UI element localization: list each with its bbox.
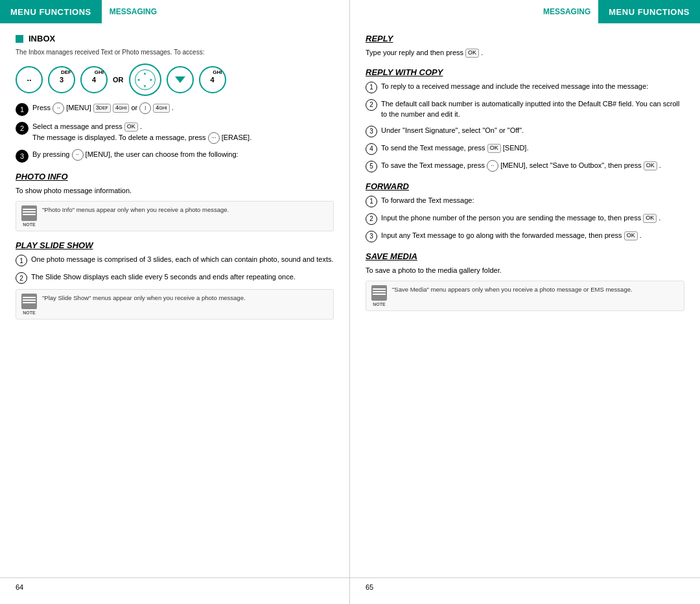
inbox-step3: 3 By pressing ·· [MENU], the user can ch… bbox=[16, 149, 334, 163]
menu-inline-icon3: ·· bbox=[487, 160, 498, 172]
note-label2: NOTE bbox=[23, 310, 35, 315]
note-icon-area3: NOTE bbox=[371, 285, 387, 307]
rwc-step5-text: To save the Text message, press ·· [MENU… bbox=[381, 160, 684, 172]
play-step1-num: 1 bbox=[16, 255, 27, 266]
rwc-step5-num: 5 bbox=[366, 161, 377, 172]
right-footer: 65 bbox=[350, 577, 700, 591]
ok-fwd-icon1: OK bbox=[643, 214, 657, 223]
save-media-section: SAVE MEDIA To save a photo to the media … bbox=[366, 251, 684, 312]
step1-text: Press ·· [MENU] 3DEF 4GHI or ↕ 4GHI . bbox=[32, 102, 334, 114]
save-media-note-text: "Save Media" menu appears only when you … bbox=[392, 285, 633, 294]
play-slide-show-note: NOTE "Play Slide Show" menus appear only… bbox=[16, 289, 334, 319]
step1-number: 1 bbox=[16, 103, 29, 116]
4ghi-inline-icon1: 4GHI bbox=[113, 104, 129, 113]
note-book-icon3 bbox=[371, 285, 387, 301]
play-slide-show-note-text: "Play Slide Show" menus appear only when… bbox=[42, 294, 246, 302]
note-book-icon2 bbox=[21, 294, 37, 309]
fwd-step3: 3 Input any Text message to go along wit… bbox=[366, 230, 684, 242]
4ghi-button-icon[interactable]: 4GHI bbox=[80, 66, 108, 93]
rwc-step2: 2 The default call back number is automa… bbox=[366, 99, 684, 120]
step2-number: 2 bbox=[16, 122, 29, 135]
4ghi-button2-icon[interactable]: 4GHI bbox=[199, 66, 226, 93]
step3-text: By pressing ·· [MENU], the user can choo… bbox=[32, 149, 334, 161]
right-header: MENU FUNCTIONS MESSAGING bbox=[350, 0, 700, 23]
nav-inline-icon: ↕ bbox=[139, 102, 151, 114]
erase-inline-icon: ··· bbox=[208, 132, 220, 144]
fwd-step2-text: Input the phone number of the person you… bbox=[381, 213, 684, 224]
reply-with-copy-section: REPLY WITH COPY 1 To reply to a received… bbox=[366, 67, 684, 172]
inbox-title: INBOX bbox=[29, 34, 55, 43]
rwc-step1: 1 To reply to a received message and inc… bbox=[366, 81, 684, 93]
play-step2-text: The Slide Show displays each slide every… bbox=[31, 272, 334, 283]
ok-inline-icon1: OK bbox=[124, 122, 138, 132]
inbox-step1: 1 Press ·· [MENU] 3DEF 4GHI or ↕ 4GHI . bbox=[16, 102, 334, 116]
button-row: ·· 3DEF 4GHI OR ▲ ◄ ► ▼ bbox=[16, 64, 334, 96]
reply-desc: Type your reply and then press OK . bbox=[366, 47, 684, 58]
menu-inline-icon: ·· bbox=[52, 102, 64, 114]
left-footer: 64 bbox=[0, 577, 349, 591]
rwc-step3-num: 3 bbox=[366, 126, 377, 137]
fwd-step2-num: 2 bbox=[366, 213, 377, 225]
rwc-step4-text: To send the Text message, press OK [SEND… bbox=[381, 143, 684, 154]
left-header: MENU FUNCTIONS MESSAGING bbox=[0, 0, 349, 23]
reply-with-copy-title: REPLY WITH COPY bbox=[366, 67, 684, 77]
note-icon-area: NOTE bbox=[21, 205, 37, 227]
reply-title: REPLY bbox=[366, 34, 684, 43]
fwd-step1-num: 1 bbox=[366, 196, 377, 207]
right-messaging-label: MESSAGING bbox=[535, 0, 598, 23]
note-label: NOTE bbox=[23, 222, 35, 227]
fwd-step3-num: 3 bbox=[366, 231, 377, 242]
menu-button-icon[interactable]: ·· bbox=[16, 66, 43, 93]
3def-inline-icon: 3DEF bbox=[93, 104, 111, 113]
photo-info-section: PHOTO INFO To show photo message informa… bbox=[16, 172, 334, 232]
inbox-step2: 2 Select a message and press OK . The me… bbox=[16, 121, 334, 144]
right-menu-functions-label: MENU FUNCTIONS bbox=[598, 0, 700, 23]
photo-info-note-text: "Photo Info" menus appear only when you … bbox=[42, 205, 229, 214]
forward-section: FORWARD 1 To forward the Text message: 2… bbox=[366, 181, 684, 242]
ok-reply-icon: OK bbox=[465, 49, 479, 58]
rwc-step1-text: To reply to a received message and inclu… bbox=[381, 81, 684, 92]
or-text: OR bbox=[113, 76, 124, 84]
fwd-step1: 1 To forward the Text message: bbox=[366, 195, 684, 207]
play-slide-show-section: PLAY SLIDE SHOW 1 One photo message is c… bbox=[16, 240, 334, 319]
play-step1: 1 One photo message is comprised of 3 sl… bbox=[16, 254, 334, 266]
play-step1-text: One photo message is comprised of 3 slid… bbox=[31, 254, 334, 265]
left-page-number: 64 bbox=[16, 583, 23, 591]
fwd-step1-text: To forward the Text message: bbox=[381, 195, 684, 206]
rwc-step2-text: The default call back number is automati… bbox=[381, 99, 684, 120]
rwc-step4-num: 4 bbox=[366, 143, 377, 155]
rwc-step1-num: 1 bbox=[366, 82, 377, 93]
nav-button-icon[interactable]: ▲ ◄ ► ▼ bbox=[129, 64, 161, 96]
fwd-step2: 2 Input the phone number of the person y… bbox=[366, 213, 684, 225]
3def-button-icon[interactable]: 3DEF bbox=[48, 66, 75, 93]
menu-inline-icon2: ·· bbox=[72, 149, 84, 161]
save-media-desc: To save a photo to the media gallery fol… bbox=[366, 265, 684, 276]
play-step2-num: 2 bbox=[16, 272, 27, 284]
note-book-icon bbox=[21, 205, 37, 221]
save-media-title: SAVE MEDIA bbox=[366, 251, 684, 261]
ok-fwd-icon2: OK bbox=[624, 231, 638, 240]
rwc-step3-text: Under "Insert Signature", select "On" or… bbox=[381, 125, 684, 136]
step3-number: 3 bbox=[16, 150, 29, 163]
play-slide-show-title: PLAY SLIDE SHOW bbox=[16, 240, 334, 250]
down-arrow-icon bbox=[175, 76, 185, 83]
inbox-intro: The Inbox manages received Text or Photo… bbox=[16, 47, 334, 57]
step2-text: Select a message and press OK . The mess… bbox=[32, 121, 334, 144]
nav-inner-icon: ▲ ◄ ► ▼ bbox=[135, 69, 156, 90]
ok-send-icon: OK bbox=[487, 144, 501, 153]
ok-inline-icon5: OK bbox=[644, 161, 657, 170]
rwc-step5: 5 To save the Text message, press ·· [ME… bbox=[366, 160, 684, 172]
note-label3: NOTE bbox=[373, 302, 385, 307]
fwd-step3-text: Input any Text message to go along with … bbox=[381, 230, 684, 241]
left-menu-functions-label: MENU FUNCTIONS bbox=[0, 0, 102, 23]
left-messaging-label: MESSAGING bbox=[102, 0, 165, 23]
inbox-section-header: INBOX bbox=[16, 34, 334, 43]
reply-section: REPLY Type your reply and then press OK … bbox=[366, 34, 684, 58]
down-scroll-button-icon[interactable] bbox=[167, 66, 194, 93]
rwc-step3: 3 Under "Insert Signature", select "On" … bbox=[366, 125, 684, 137]
forward-title: FORWARD bbox=[366, 181, 684, 191]
play-step2: 2 The Slide Show displays each slide eve… bbox=[16, 272, 334, 284]
rwc-step4: 4 To send the Text message, press OK [SE… bbox=[366, 143, 684, 155]
photo-info-title: PHOTO INFO bbox=[16, 172, 334, 181]
rwc-step2-num: 2 bbox=[366, 99, 377, 111]
